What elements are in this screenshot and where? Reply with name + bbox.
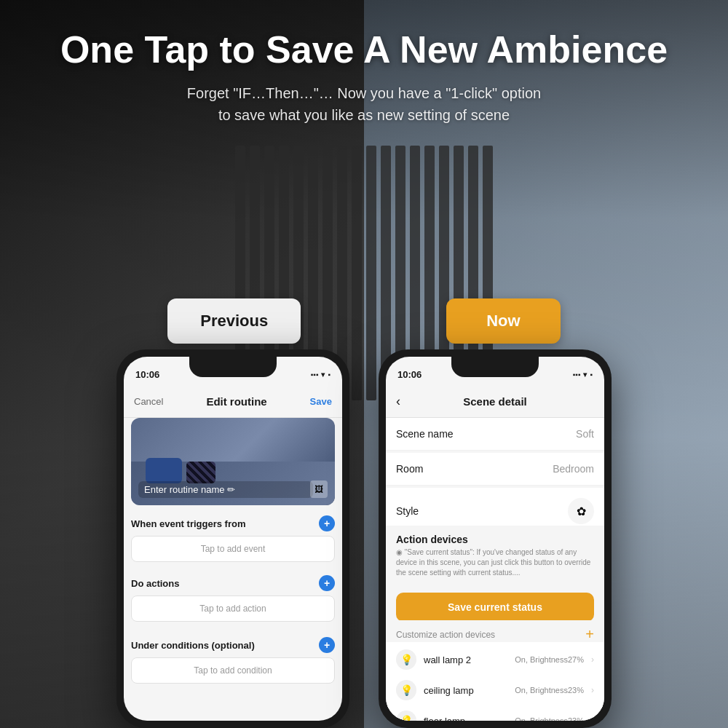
right-status-time: 10:06 [397,369,422,380]
routine-name-placeholder: Enter routine name ✏ [144,484,235,495]
room-row: Room Bedroom [386,453,604,486]
left-phone-screen: 10:06 ▪▪▪ ▾ ▪ Cancel Edit routine Save [124,357,342,721]
right-signal-icon: ▪▪▪ [573,371,581,379]
subtitle-line1: Forget "IF…Then…"… Now you have a "1-cli… [187,85,541,101]
save-button[interactable]: Save [310,396,332,407]
device-chevron-0: › [591,654,594,665]
left-status-icons: ▪▪▪ ▾ ▪ [311,371,331,379]
device-name-0: wall lamp 2 [424,654,507,665]
image-icon: 🖼 [310,480,328,498]
section-conditions-label: Under conditions (optional) [131,640,255,651]
section-actions-header: Do actions + [131,575,335,591]
right-status-icons: ▪▪▪ ▾ ▪ [573,371,593,379]
back-button[interactable]: ‹ [396,394,400,409]
room-label: Room [396,463,423,475]
save-note-text: "Save current status": If you've changed… [396,548,590,577]
device-status-0: On, Brightness27% [515,655,584,664]
customize-add-button[interactable]: + [585,626,594,643]
style-label: Style [396,505,419,517]
cancel-button[interactable]: Cancel [134,396,163,407]
comparison-buttons: Previous Now [0,298,728,344]
circle-icon: ◉ [396,548,405,556]
left-status-time: 10:06 [135,369,159,380]
action-devices-label: Action devices [396,534,468,545]
device-status-2: On, Brightness23% [515,716,584,721]
style-icon[interactable]: ✿ [568,498,594,524]
add-event-input[interactable]: Tap to add event [131,536,335,562]
section-conditions: Under conditions (optional) + Tap to add… [131,637,335,684]
now-button[interactable]: Now [446,298,560,344]
edit-routine-title: Edit routine [206,395,266,408]
right-phone: 10:06 ▪▪▪ ▾ ▪ ‹ Scene detail Scene name … [379,349,612,728]
subtitle: Forget "IF…Then…"… Now you have a "1-cli… [0,82,728,126]
section-conditions-header: Under conditions (optional) + [131,637,335,653]
left-notch [189,357,277,377]
scene-name-row: Scene name Soft [386,418,604,451]
add-event-button[interactable]: + [319,515,335,531]
section-when-event: When event triggers from + Tap to add ev… [131,515,335,562]
section-actions-label: Do actions [131,578,179,589]
scene-detail-title: Scene detail [463,395,527,408]
right-notch [451,357,539,377]
device-icon-0: 💡 [396,649,416,670]
section-when-header: When event triggers from + [131,515,335,531]
room-value: Bedroom [553,463,594,475]
customize-label: Customize action devices [396,630,495,640]
right-wifi-icon: ▾ [583,371,587,379]
save-current-status-button[interactable]: Save current status [396,593,594,622]
device-name-1: ceiling lamp [424,685,507,696]
add-condition-button[interactable]: + [319,637,335,653]
add-action-button[interactable]: + [319,575,335,591]
device-icon-1: 💡 [396,680,416,700]
scene-name-label: Scene name [396,428,454,440]
scene-nav: ‹ Scene detail [386,386,604,418]
subtitle-line2: to save what you like as new setting of … [218,107,510,123]
device-name-2: floor lamp [424,716,507,721]
device-row-2[interactable]: 💡 floor lamp On, Brightness23% › [386,703,604,721]
left-signal-icon: ▪▪▪ [311,371,319,379]
left-nav-bar: Cancel Edit routine Save [124,386,342,418]
left-battery-icon: ▪ [328,371,331,379]
left-wifi-icon: ▾ [321,371,325,379]
main-title: One Tap to Save A New Ambience [0,29,728,71]
scene-name-value: Soft [576,428,594,440]
previous-button[interactable]: Previous [167,298,301,344]
device-chevron-1: › [591,685,594,695]
device-status-1: On, Brightness23% [515,686,584,695]
device-icon-2: 💡 [396,711,416,721]
add-action-input[interactable]: Tap to add action [131,596,335,622]
add-condition-input[interactable]: Tap to add condition [131,657,335,684]
header-section: One Tap to Save A New Ambience Forget "I… [0,29,728,126]
routine-image: Enter routine name ✏ 🖼 [131,418,335,505]
left-phone: 10:06 ▪▪▪ ▾ ▪ Cancel Edit routine Save [116,349,349,728]
right-battery-icon: ▪ [590,371,593,379]
save-status-note: ◉ "Save current status": If you've chang… [386,545,604,584]
phones-container: 10:06 ▪▪▪ ▾ ▪ Cancel Edit routine Save [0,349,728,728]
section-when-label: When event triggers from [131,518,245,529]
routine-name-input[interactable]: Enter routine name ✏ [138,481,313,498]
section-do-actions: Do actions + Tap to add action [131,575,335,622]
device-chevron-2: › [591,716,594,721]
right-phone-screen: 10:06 ▪▪▪ ▾ ▪ ‹ Scene detail Scene name … [386,357,604,721]
